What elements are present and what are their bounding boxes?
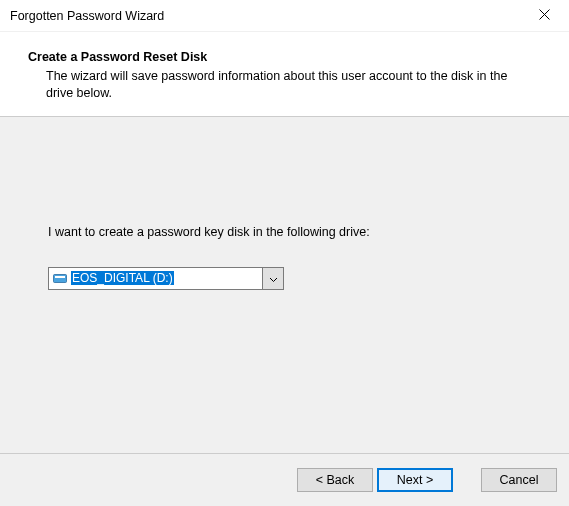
drive-icon <box>53 272 67 284</box>
wizard-window: Forgotten Password Wizard Create a Passw… <box>0 0 569 506</box>
back-button[interactable]: < Back <box>297 468 373 492</box>
close-button[interactable] <box>522 1 567 31</box>
wizard-header: Create a Password Reset Disk The wizard … <box>0 32 569 116</box>
wizard-footer: < Back Next > Cancel <box>0 453 569 506</box>
wizard-header-title: Create a Password Reset Disk <box>28 50 529 64</box>
next-button[interactable]: Next > <box>377 468 453 492</box>
chevron-down-icon <box>269 269 278 287</box>
cancel-button[interactable]: Cancel <box>481 468 557 492</box>
drive-select-text: EOS_DIGITAL (D:) <box>71 271 174 285</box>
svg-rect-3 <box>55 276 65 278</box>
svg-rect-2 <box>54 275 67 283</box>
drive-select-value: EOS_DIGITAL (D:) <box>49 268 262 289</box>
drive-select-combobox[interactable]: EOS_DIGITAL (D:) <box>48 267 284 290</box>
drive-prompt-label: I want to create a password key disk in … <box>48 225 529 239</box>
wizard-content: I want to create a password key disk in … <box>0 117 569 453</box>
titlebar: Forgotten Password Wizard <box>0 0 569 32</box>
drive-select-arrow[interactable] <box>262 268 283 289</box>
close-icon <box>539 8 550 23</box>
wizard-header-description: The wizard will save password informatio… <box>28 68 529 102</box>
window-title: Forgotten Password Wizard <box>10 9 522 23</box>
